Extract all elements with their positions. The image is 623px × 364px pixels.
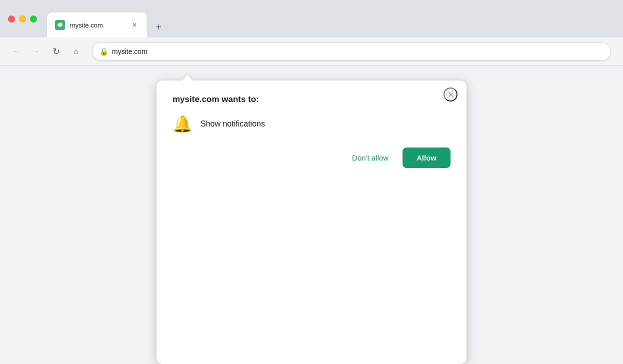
forward-icon: → <box>32 47 40 56</box>
tab-title: mysite.com <box>70 22 125 29</box>
lock-icon: 🔒 <box>100 48 108 56</box>
close-button[interactable] <box>8 16 15 22</box>
popup-actions: Don't allow Allow <box>172 148 450 168</box>
reload-button[interactable]: ↻ <box>48 44 64 60</box>
dont-allow-button[interactable]: Don't allow <box>344 148 396 167</box>
popup-close-button[interactable]: ✕ <box>444 88 458 102</box>
tabs-area: mysite.com ✕ + <box>47 0 166 38</box>
back-icon: ← <box>12 47 20 56</box>
new-tab-icon: + <box>156 22 162 33</box>
address-bar: ← → ↻ ⌂ 🔒 mysite.com <box>0 38 623 66</box>
popup-title: mysite.com wants to: <box>172 94 450 104</box>
back-button[interactable]: ← <box>8 44 24 60</box>
minimize-button[interactable] <box>19 16 26 22</box>
favicon-icon <box>56 22 64 28</box>
home-icon: ⌂ <box>74 47 78 56</box>
url-bar[interactable]: 🔒 mysite.com <box>92 42 611 60</box>
reload-icon: ↻ <box>52 46 60 57</box>
traffic-lights <box>8 16 37 22</box>
forward-button[interactable]: → <box>28 44 44 60</box>
permission-popup: ✕ mysite.com wants to: 🔔 Show notificati… <box>156 80 466 364</box>
url-text: mysite.com <box>112 48 148 56</box>
popup-permission-row: 🔔 Show notifications <box>172 114 450 134</box>
popup-close-icon: ✕ <box>448 90 454 100</box>
browser-tab[interactable]: mysite.com ✕ <box>47 12 147 38</box>
title-bar: mysite.com ✕ + <box>0 0 623 38</box>
allow-button[interactable]: Allow <box>402 148 450 168</box>
permission-text: Show notifications <box>200 120 265 128</box>
tab-favicon <box>55 20 65 30</box>
bell-icon: 🔔 <box>172 114 192 134</box>
new-tab-button[interactable]: + <box>151 20 166 34</box>
tab-close-button[interactable]: ✕ <box>130 20 139 30</box>
popup-pointer <box>182 74 192 80</box>
home-button[interactable]: ⌂ <box>68 44 84 60</box>
tab-close-icon: ✕ <box>132 22 137 28</box>
browser-content: ✕ mysite.com wants to: 🔔 Show notificati… <box>0 66 623 364</box>
maximize-button[interactable] <box>30 16 37 22</box>
